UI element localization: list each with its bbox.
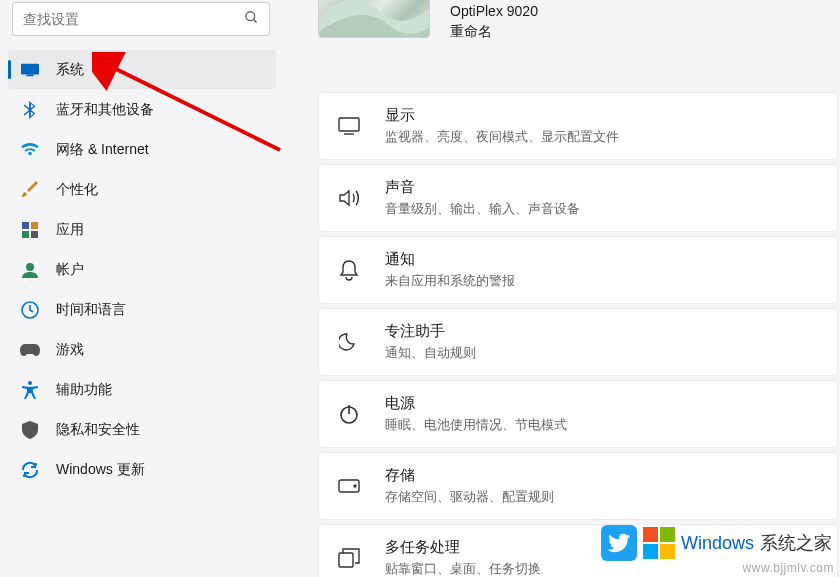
card-title: 电源 bbox=[385, 394, 567, 413]
sidebar-item-gaming[interactable]: 游戏 bbox=[8, 330, 276, 369]
svg-line-1 bbox=[253, 19, 256, 22]
device-header: OptiPlex 9020 重命名 bbox=[318, 0, 840, 68]
system-icon bbox=[20, 60, 40, 80]
card-title: 专注助手 bbox=[385, 322, 476, 341]
power-icon bbox=[337, 402, 361, 426]
card-subtitle: 监视器、亮度、夜间模式、显示配置文件 bbox=[385, 129, 619, 146]
search-icon bbox=[244, 10, 259, 28]
gaming-icon bbox=[20, 340, 40, 360]
sidebar-item-label: 网络 & Internet bbox=[56, 141, 149, 159]
multitask-icon bbox=[337, 546, 361, 570]
card-subtitle: 音量级别、输出、输入、声音设备 bbox=[385, 201, 580, 218]
sidebar-item-label: 隐私和安全性 bbox=[56, 421, 140, 439]
card-subtitle: 睡眠、电池使用情况、节电模式 bbox=[385, 417, 567, 434]
card-title: 多任务处理 bbox=[385, 538, 541, 557]
brush-icon bbox=[20, 180, 40, 200]
sidebar-item-privacy[interactable]: 隐私和安全性 bbox=[8, 410, 276, 449]
svg-rect-3 bbox=[26, 74, 33, 76]
rename-link[interactable]: 重命名 bbox=[450, 23, 538, 41]
sidebar-item-apps[interactable]: 应用 bbox=[8, 210, 276, 249]
sidebar-item-label: Windows 更新 bbox=[56, 461, 145, 479]
svg-rect-2 bbox=[21, 63, 39, 74]
card-title: 声音 bbox=[385, 178, 580, 197]
apps-icon bbox=[20, 220, 40, 240]
card-notifications[interactable]: 通知 来自应用和系统的警报 bbox=[318, 236, 838, 304]
brand-text-a: Windows bbox=[681, 533, 754, 554]
sidebar-item-bluetooth[interactable]: 蓝牙和其他设备 bbox=[8, 90, 276, 129]
person-icon bbox=[20, 260, 40, 280]
sidebar-item-windows-update[interactable]: Windows 更新 bbox=[8, 450, 276, 489]
sidebar-item-label: 帐户 bbox=[56, 261, 84, 279]
windows-flag-icon bbox=[643, 527, 675, 559]
card-subtitle: 存储空间、驱动器、配置规则 bbox=[385, 489, 554, 506]
sidebar-item-system[interactable]: 系统 bbox=[8, 50, 276, 89]
search-input[interactable] bbox=[23, 11, 244, 27]
twitter-app-icon bbox=[601, 525, 637, 561]
card-storage[interactable]: 存储 存储空间、驱动器、配置规则 bbox=[318, 452, 838, 520]
sidebar-item-label: 时间和语言 bbox=[56, 301, 126, 319]
accessibility-icon bbox=[20, 380, 40, 400]
card-title: 显示 bbox=[385, 106, 619, 125]
sound-icon bbox=[337, 186, 361, 210]
sidebar-item-time-language[interactable]: 时间和语言 bbox=[8, 290, 276, 329]
sidebar-item-label: 个性化 bbox=[56, 181, 98, 199]
card-title: 存储 bbox=[385, 466, 554, 485]
sidebar-item-label: 蓝牙和其他设备 bbox=[56, 101, 154, 119]
sidebar-item-accounts[interactable]: 帐户 bbox=[8, 250, 276, 289]
svg-point-16 bbox=[354, 485, 356, 487]
sidebar-item-personalization[interactable]: 个性化 bbox=[8, 170, 276, 209]
card-subtitle: 通知、自动规则 bbox=[385, 345, 476, 362]
sidebar-item-network[interactable]: 网络 & Internet bbox=[8, 130, 276, 169]
display-icon bbox=[337, 114, 361, 138]
svg-rect-4 bbox=[22, 222, 29, 229]
system-card-list: 显示 监视器、亮度、夜间模式、显示配置文件 声音 音量级别、输出、输入、声音设备 bbox=[318, 92, 840, 577]
bluetooth-icon bbox=[20, 100, 40, 120]
sidebar-item-label: 辅助功能 bbox=[56, 381, 112, 399]
search-box[interactable] bbox=[12, 2, 270, 36]
svg-rect-17 bbox=[339, 553, 353, 567]
storage-icon bbox=[337, 474, 361, 498]
svg-point-0 bbox=[246, 12, 255, 21]
card-sound[interactable]: 声音 音量级别、输出、输入、声音设备 bbox=[318, 164, 838, 232]
shield-icon bbox=[20, 420, 40, 440]
card-subtitle: 贴靠窗口、桌面、任务切换 bbox=[385, 561, 541, 577]
sidebar-nav: 系统 蓝牙和其他设备 网络 & Internet 个性化 bbox=[8, 50, 276, 489]
sidebar-item-accessibility[interactable]: 辅助功能 bbox=[8, 370, 276, 409]
bell-icon bbox=[337, 258, 361, 282]
sidebar-item-label: 游戏 bbox=[56, 341, 84, 359]
device-model: OptiPlex 9020 bbox=[450, 3, 538, 19]
branding-logos: Windows 系统之家 bbox=[601, 525, 832, 561]
svg-rect-5 bbox=[31, 222, 38, 229]
watermark: www.bjjmlv.com bbox=[743, 561, 834, 575]
card-title: 通知 bbox=[385, 250, 515, 269]
windows-family-logo: Windows 系统之家 bbox=[643, 527, 832, 559]
svg-rect-11 bbox=[339, 118, 359, 131]
svg-point-8 bbox=[26, 263, 34, 271]
device-wallpaper-thumb bbox=[318, 0, 430, 38]
card-subtitle: 来自应用和系统的警报 bbox=[385, 273, 515, 290]
card-power[interactable]: 电源 睡眠、电池使用情况、节电模式 bbox=[318, 380, 838, 448]
sidebar-item-label: 应用 bbox=[56, 221, 84, 239]
svg-point-10 bbox=[28, 381, 32, 385]
brand-text-b: 系统之家 bbox=[760, 531, 832, 555]
card-display[interactable]: 显示 监视器、亮度、夜间模式、显示配置文件 bbox=[318, 92, 838, 160]
moon-icon bbox=[337, 330, 361, 354]
card-focus-assist[interactable]: 专注助手 通知、自动规则 bbox=[318, 308, 838, 376]
sidebar-item-label: 系统 bbox=[56, 61, 84, 79]
wifi-icon bbox=[20, 140, 40, 160]
update-icon bbox=[20, 460, 40, 480]
clock-globe-icon bbox=[20, 300, 40, 320]
svg-rect-7 bbox=[31, 231, 38, 238]
svg-rect-6 bbox=[22, 231, 29, 238]
